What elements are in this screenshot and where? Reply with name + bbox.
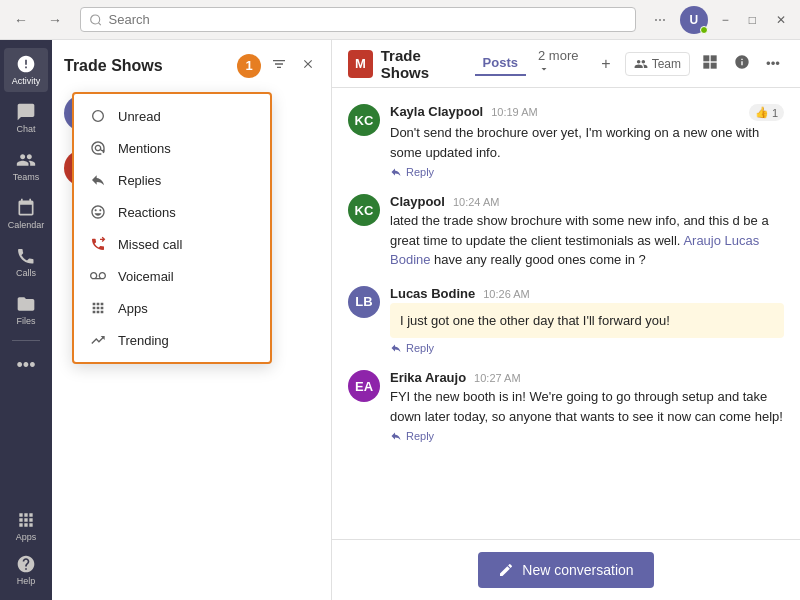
forward-button[interactable]: → bbox=[42, 8, 68, 32]
filter-button[interactable] bbox=[267, 52, 291, 79]
message-text: Don't send the brochure over yet, I'm wo… bbox=[390, 123, 784, 162]
more-channel-options-button[interactable]: ••• bbox=[762, 52, 784, 75]
filter-icon bbox=[271, 56, 287, 72]
message-timestamp: 10:27 AM bbox=[474, 372, 520, 384]
channel-header: M Trade Shows Posts 2 more + Team bbox=[332, 40, 800, 88]
activity-header-actions: 1 bbox=[237, 52, 319, 79]
sidebar-item-chat[interactable]: Chat bbox=[4, 96, 48, 140]
add-tab-button[interactable]: + bbox=[595, 53, 616, 75]
reactions-icon bbox=[90, 204, 106, 220]
apps-filter-icon bbox=[90, 300, 106, 316]
filter-item-trending[interactable]: Trending bbox=[74, 324, 270, 356]
maximize-button[interactable]: □ bbox=[743, 11, 762, 29]
channel-area: M Trade Shows Posts 2 more + Team bbox=[332, 40, 800, 600]
filter-item-unread[interactable]: Unread bbox=[74, 100, 270, 132]
sidebar-item-calendar-label: Calendar bbox=[8, 220, 45, 230]
unread-icon bbox=[90, 108, 106, 124]
minimize-button[interactable]: − bbox=[716, 11, 735, 29]
table-row: LB Lucas Bodine 10:26 AM I just got one … bbox=[348, 286, 784, 355]
sidebar-item-chat-label: Chat bbox=[16, 124, 35, 134]
main-layout: Activity Chat Teams Calendar Calls Files… bbox=[0, 40, 800, 600]
message-content: Kayla Claypool 10:19 AM 👍 1 Don't send t… bbox=[390, 104, 784, 178]
svg-line-1 bbox=[98, 22, 100, 24]
table-row: EA Erika Araujo 10:27 AM FYI the new boo… bbox=[348, 370, 784, 442]
more-dots: ••• bbox=[17, 355, 36, 376]
window-controls: ⋯ U − □ ✕ bbox=[648, 6, 792, 34]
message-text: lated the trade show brochure with some … bbox=[390, 211, 784, 270]
calls-icon bbox=[16, 246, 36, 266]
info-button[interactable] bbox=[730, 50, 754, 77]
team-icon bbox=[634, 57, 648, 71]
sidebar-item-help[interactable]: Help bbox=[4, 548, 48, 592]
filter-item-reactions[interactable]: Reactions bbox=[74, 196, 270, 228]
teams-icon bbox=[16, 150, 36, 170]
sidebar-bottom: Apps Help bbox=[4, 504, 48, 600]
filter-item-voicemail[interactable]: Voicemail bbox=[74, 260, 270, 292]
replies-icon bbox=[90, 172, 106, 188]
svg-rect-3 bbox=[703, 55, 709, 61]
chat-icon bbox=[16, 102, 36, 122]
avatar: LB bbox=[348, 286, 380, 318]
search-icon bbox=[89, 13, 103, 27]
close-button[interactable]: ✕ bbox=[770, 11, 792, 29]
reply-button[interactable]: Reply bbox=[390, 166, 784, 178]
activity-badge: 1 bbox=[237, 54, 261, 78]
svg-rect-5 bbox=[703, 63, 709, 69]
sidebar-item-activity[interactable]: Activity bbox=[4, 48, 48, 92]
search-bar[interactable] bbox=[80, 7, 636, 32]
switch-view-icon bbox=[702, 54, 718, 70]
message-author: Claypool bbox=[390, 194, 445, 209]
filter-item-apps[interactable]: Apps bbox=[74, 292, 270, 324]
message-content: Lucas Bodine 10:26 AM I just got one the… bbox=[390, 286, 784, 355]
sidebar-item-apps[interactable]: Apps bbox=[4, 504, 48, 548]
chevron-down-icon bbox=[538, 63, 550, 75]
reply-arrow-icon bbox=[390, 166, 402, 178]
user-status-dot bbox=[700, 26, 708, 34]
svg-rect-6 bbox=[711, 63, 717, 69]
apps-icon bbox=[16, 510, 36, 530]
user-avatar[interactable]: U bbox=[680, 6, 708, 34]
info-icon bbox=[734, 54, 750, 70]
activity-header: Trade Shows 1 bbox=[52, 40, 331, 87]
message-timestamp: 10:19 AM bbox=[491, 106, 537, 118]
filter-item-mentions[interactable]: Mentions bbox=[74, 132, 270, 164]
filter-item-missed-call[interactable]: Missed call bbox=[74, 228, 270, 260]
back-button[interactable]: ← bbox=[8, 8, 34, 32]
sidebar-item-files[interactable]: Files bbox=[4, 288, 48, 332]
new-conversation-button[interactable]: New conversation bbox=[478, 552, 653, 588]
mention-link[interactable]: Araujo Lucas Bodine bbox=[390, 233, 759, 268]
reply-button[interactable]: Reply bbox=[390, 342, 784, 354]
team-button[interactable]: Team bbox=[625, 52, 690, 76]
sidebar-item-calendar[interactable]: Calendar bbox=[4, 192, 48, 236]
tab-more[interactable]: 2 more bbox=[530, 44, 587, 84]
svg-rect-4 bbox=[711, 55, 717, 61]
new-conversation-bar: New conversation bbox=[332, 539, 800, 600]
channel-header-right: Team ••• bbox=[625, 50, 784, 77]
table-row: KC Claypool 10:24 AM lated the trade sho… bbox=[348, 194, 784, 270]
switch-view-button[interactable] bbox=[698, 50, 722, 77]
filter-item-replies[interactable]: Replies bbox=[74, 164, 270, 196]
message-content: Claypool 10:24 AM lated the trade show b… bbox=[390, 194, 784, 270]
channel-tabs: Posts 2 more bbox=[475, 44, 588, 84]
sidebar-item-teams-label: Teams bbox=[13, 172, 40, 182]
table-row: KC Kayla Claypool 10:19 AM 👍 1 Don't sen… bbox=[348, 104, 784, 178]
help-icon bbox=[16, 554, 36, 574]
missed-call-icon bbox=[90, 236, 106, 252]
search-input[interactable] bbox=[109, 12, 627, 27]
message-header: Kayla Claypool 10:19 AM 👍 1 bbox=[390, 104, 784, 121]
message-header: Claypool 10:24 AM bbox=[390, 194, 784, 209]
voicemail-icon bbox=[90, 268, 106, 284]
activity-title: Trade Shows bbox=[64, 57, 163, 75]
tab-posts[interactable]: Posts bbox=[475, 51, 526, 76]
avatar: EA bbox=[348, 370, 380, 402]
message-text: I just got one the other day that I'll f… bbox=[390, 303, 784, 339]
close-panel-button[interactable] bbox=[297, 53, 319, 78]
sidebar-item-teams[interactable]: Teams bbox=[4, 144, 48, 188]
reply-button[interactable]: Reply bbox=[390, 430, 784, 442]
more-options-button[interactable]: ⋯ bbox=[648, 11, 672, 29]
channel-avatar: M bbox=[348, 50, 373, 78]
message-header: Erika Araujo 10:27 AM bbox=[390, 370, 784, 385]
sidebar-item-calls[interactable]: Calls bbox=[4, 240, 48, 284]
close-icon bbox=[301, 57, 315, 71]
sidebar-item-more[interactable]: ••• bbox=[4, 349, 48, 382]
